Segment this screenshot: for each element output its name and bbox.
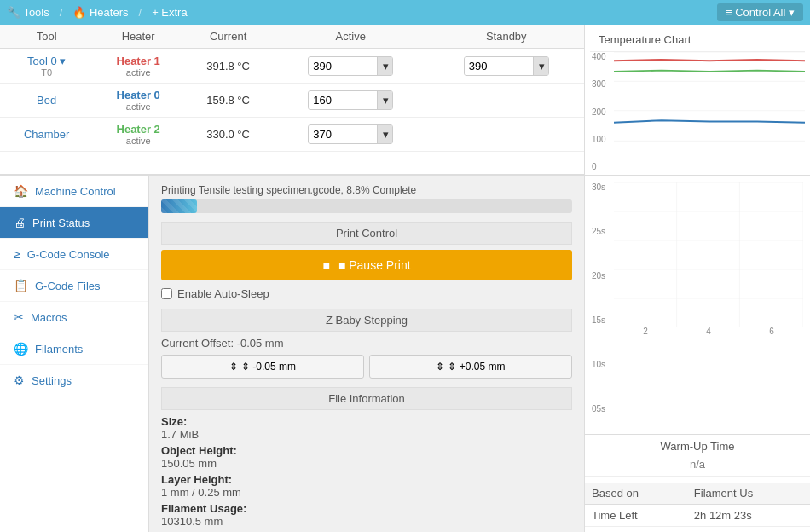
sidebar-item-label: Print Status [32,217,90,229]
based-on-section: Based on Filament Us Time Left 2h 12m 23… [585,477,810,532]
console-icon: ≥ [14,247,20,261]
heater-2-active-dropdown[interactable]: ▾ [377,125,393,143]
pause-print-button[interactable]: ■ ■ Pause Print [161,250,572,280]
control-all-button[interactable]: ≡ Control All ▾ [717,3,803,21]
based-on-col2: Filament Us [687,483,810,505]
home-icon: 🏠 [14,184,28,198]
auto-sleep-row: Enable Auto-Sleep [161,287,572,300]
heater-0-active-input-wrap: ▾ [308,90,393,110]
time-y-15s: 15s [592,315,605,325]
macros-icon: ✂ [14,310,24,324]
warmup-title: Warm-Up Time [593,440,801,453]
heater-2-active-input-wrap: ▾ [308,124,393,144]
heater-0-active-dropdown[interactable]: ▾ [377,91,393,109]
heater-1-standby-dropdown[interactable]: ▾ [533,57,549,75]
progress-bar-container [161,200,572,213]
warmup-section: Warm-Up Time n/a [585,434,810,477]
time-x-6: 6 [769,327,774,336]
heater-1-active-dropdown[interactable]: ▾ [377,57,393,75]
file-info-header: File Information [161,387,572,410]
col-heater: Heater [93,25,183,49]
heater-2-active-input[interactable] [309,125,377,143]
time-y-20s: 20s [592,271,605,280]
heater-table: Tool Heater Current Active Standby Tool … [0,25,584,152]
heater-1-name: Heater 1 [100,55,176,67]
sidebar-item-label: Settings [32,374,72,387]
table-row: Bed Heater 0 active 159.8 °C ▾ [0,84,584,118]
sidebar-item-machine-control[interactable]: 🏠 Machine Control [0,176,148,207]
z-baby-buttons: ⇕ ⇕ -0.05 mm ⇕ ⇕ +0.05 mm [161,355,572,379]
time-x-4: 4 [706,327,711,336]
progress-bar-fill [161,200,197,213]
print-icon: 🖨 [14,216,26,229]
object-height-row: Object Height: 150.05 mm [161,444,572,470]
heater-1-current: 391.8 °C [183,49,273,84]
sidebar-item-gcode-files[interactable]: 📋 G-Code Files [0,270,148,302]
col-tool: Tool [0,25,93,49]
col-standby: Standby [429,25,585,49]
sidebar-item-label: Macros [31,311,67,324]
time-x-2: 2 [643,327,648,336]
time-y-25s: 25s [592,227,605,236]
heater-0-current: 159.8 °C [183,84,273,118]
time-chart-svg [592,182,803,327]
top-toolbar: 🔧 Tools / 🔥 Heaters / + Extra ≡ Control … [0,0,810,25]
progress-text: Printing Tensile testing specimen.gcode,… [161,184,572,196]
sidebar-item-label: G-Code Console [27,248,110,261]
sidebar-item-print-status[interactable]: 🖨 Print Status [0,207,148,239]
sidebar-item-label: Machine Control [35,185,116,198]
print-control-header: Print Control [161,222,572,245]
bed-link[interactable]: Bed [0,84,93,118]
based-on-table: Based on Filament Us Time Left 2h 12m 23… [585,483,810,527]
heater-0-status: active [100,101,176,112]
heater-1-active-input-wrap: ▾ [308,56,393,76]
heater-0-name: Heater 0 [100,89,176,101]
sidebar-item-gcode-console[interactable]: ≥ G-Code Console [0,239,148,270]
tool-0-link[interactable]: Tool 0 ▾ T0 [0,49,93,84]
z-baby-header: Z Baby Stepping [161,309,572,332]
files-icon: 📋 [14,279,28,292]
sidebar-item-label: Filaments [35,343,83,356]
based-on-time-left-label: Time Left [585,505,687,527]
heater-0-active-input[interactable] [309,91,377,109]
heater-2-current: 330.0 °C [183,118,273,152]
tools-tab[interactable]: 🔧 Tools [7,6,49,19]
z-minus-button[interactable]: ⇕ ⇕ -0.05 mm [161,355,364,379]
heater-1-active-input[interactable] [309,57,377,75]
based-on-row: Time Left 2h 12m 23s [585,505,810,527]
middle-panel: Printing Tensile testing specimen.gcode,… [149,176,584,532]
time-y-30s: 30s [592,182,605,192]
sidebar-item-filaments[interactable]: 🌐 Filaments [0,333,148,365]
based-on-col1: Based on [585,483,687,505]
col-current: Current [183,25,273,49]
sidebar-item-label: G-Code Files [35,280,101,292]
based-on-time-left-value: 2h 12m 23s [687,505,810,527]
sidebar: 🏠 Machine Control 🖨 Print Status ≥ G-Cod… [0,176,149,532]
auto-sleep-checkbox[interactable] [161,288,172,299]
table-row: Chamber Heater 2 active 330.0 °C ▾ [0,118,584,152]
z-baby-offset: Current Offset: -0.05 mm [161,337,572,350]
sidebar-item-macros[interactable]: ✂ Macros [0,302,148,333]
chamber-link[interactable]: Chamber [0,118,93,152]
temperature-chart-svg [590,52,805,171]
heater-2-status: active [100,136,176,146]
heaters-tab[interactable]: 🔥 Heaters [72,6,128,19]
pause-icon: ■ [322,258,329,272]
warmup-value: n/a [593,458,801,471]
sidebar-item-settings[interactable]: ⚙ Settings [0,365,148,396]
extra-tab[interactable]: + Extra [152,6,188,19]
temp-chart-title: Temperature Chart [590,28,805,52]
filaments-icon: 🌐 [14,342,28,356]
heater-1-standby-input[interactable] [465,57,533,75]
file-info-section: File Information Size: 1.7 MiB Object He… [161,387,572,532]
z-plus-button[interactable]: ⇕ ⇕ +0.05 mm [369,355,572,379]
filament-usage-row: Filament Usage: 10310.5 mm [161,502,572,528]
heater-1-status: active [100,67,176,78]
heater-1-standby-input-wrap: ▾ [464,56,549,76]
z-minus-icon: ⇕ [229,361,238,373]
col-active: Active [273,25,428,49]
time-y-10s: 10s [592,360,605,369]
file-size-row: Size: 1.7 MiB [161,415,572,441]
right-panel: 30s 25s 20s 15s 10s 05s [584,176,810,532]
z-plus-icon: ⇕ [436,361,444,373]
